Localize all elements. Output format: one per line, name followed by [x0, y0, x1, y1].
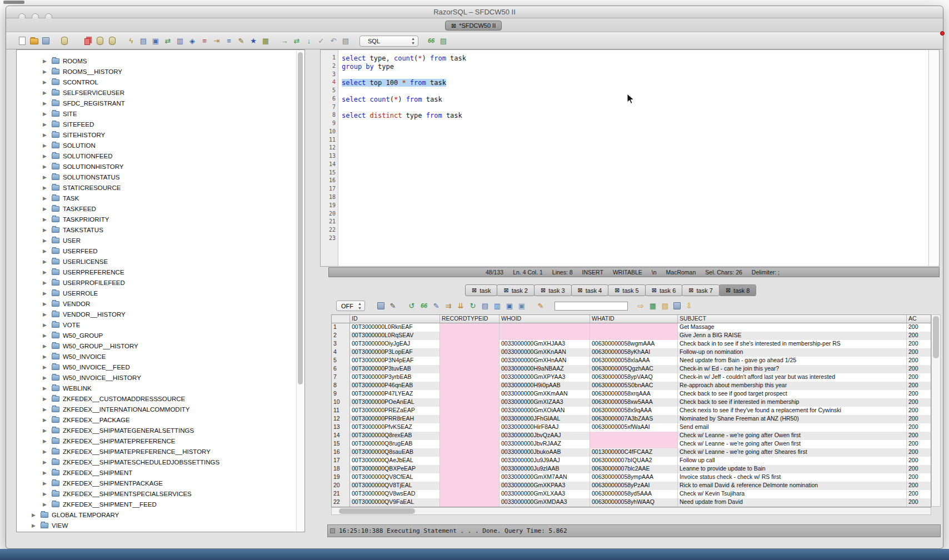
- table-cell[interactable]: 00T3000000QAeJbEAL: [350, 457, 440, 465]
- tree-item[interactable]: ▶SITEFEED: [43, 119, 94, 129]
- table-cell[interactable]: [440, 348, 500, 357]
- table-cell[interactable]: 006300000058xrqAAA: [590, 390, 678, 398]
- connect-db-icon[interactable]: [61, 37, 68, 45]
- table-cell[interactable]: [590, 440, 678, 448]
- disclosure-triangle-icon[interactable]: ▶: [43, 386, 48, 391]
- limit-select[interactable]: OFF ▲▼: [336, 301, 365, 311]
- table-cell[interactable]: 0033000000Ju9zIAAB: [500, 465, 590, 473]
- disclosure-triangle-icon[interactable]: ▶: [43, 153, 48, 159]
- tree-vertical-scrollbar[interactable]: [296, 51, 304, 531]
- tree-item[interactable]: ▶SOLUTION: [43, 141, 96, 151]
- tree-item[interactable]: ▶ZKFEDEX__SHIPMATEGENERALSETTINGS: [43, 426, 194, 436]
- disclosure-triangle-icon[interactable]: ▶: [43, 269, 48, 275]
- disclosure-triangle-icon[interactable]: ▶: [43, 143, 48, 148]
- tree-item[interactable]: ▶ZKFEDEX__SHIPMATESCHEDULEDJOBSSETTINGS: [43, 457, 219, 467]
- table-cell[interactable]: 00T3000000P3N4pEAF: [350, 357, 440, 365]
- table-cell[interactable]: [440, 473, 500, 482]
- tree-item[interactable]: ▶USER: [43, 236, 81, 246]
- table-cell[interactable]: 200: [907, 323, 932, 332]
- copy-results-icon[interactable]: ▣: [151, 36, 161, 46]
- table-cell[interactable]: [440, 415, 500, 423]
- table-cell[interactable]: 200: [907, 457, 932, 465]
- go-search-icon[interactable]: ⇨: [636, 301, 646, 311]
- tree-scrollbar-thumb[interactable]: [298, 52, 303, 384]
- column-header[interactable]: WHOID: [500, 315, 590, 323]
- tree-item[interactable]: ▶SOLUTIONFEED: [43, 151, 112, 161]
- row-number-cell[interactable]: 17: [332, 457, 350, 465]
- tab-close-icon[interactable]: ⊠: [726, 287, 731, 293]
- table-cell[interactable]: 006300000058xw5AAA: [590, 398, 678, 407]
- table-cell[interactable]: Follow up call: [678, 457, 907, 465]
- table-cell[interactable]: 0033000000GmXMDAA3: [500, 498, 590, 507]
- disconnect-db-icon[interactable]: [72, 36, 82, 46]
- new-file-icon[interactable]: [19, 37, 26, 45]
- sort-down-icon[interactable]: ⇊: [456, 301, 466, 311]
- execute-forward-icon[interactable]: →: [279, 36, 289, 46]
- disclosure-triangle-icon[interactable]: ▶: [43, 396, 48, 402]
- table-cell[interactable]: 200: [907, 407, 932, 415]
- table-cell[interactable]: 00T3000000Q8rexEAB: [350, 432, 440, 440]
- tree-item[interactable]: ▶SELFSERVICEUSER: [43, 88, 124, 98]
- code-line[interactable]: [342, 235, 928, 243]
- row-number-header[interactable]: [332, 315, 350, 323]
- code-line[interactable]: [342, 177, 928, 186]
- disclosure-triangle-icon[interactable]: ▶: [43, 364, 48, 370]
- disclosure-triangle-icon[interactable]: ▶: [43, 301, 48, 307]
- form-view-icon[interactable]: ▤: [480, 301, 490, 311]
- row-number-cell[interactable]: 2: [332, 332, 350, 340]
- tree-item[interactable]: ▶W50_INVOICE__FEED: [43, 362, 130, 372]
- result-tab[interactable]: ⊠task 2: [497, 284, 535, 296]
- table-cell[interactable]: [440, 482, 500, 490]
- row-number-cell[interactable]: 19: [332, 473, 350, 482]
- code-line[interactable]: select top 100 * from task: [342, 79, 928, 87]
- copy-all-icon[interactable]: ▣: [517, 301, 527, 311]
- results-vertical-scrollbar[interactable]: [931, 314, 941, 507]
- table-cell[interactable]: 200: [907, 498, 932, 507]
- table-cell[interactable]: 00T3000000QV9FaEAL: [350, 498, 440, 507]
- tree-item[interactable]: ▶VENDOR: [43, 299, 90, 309]
- tree-item[interactable]: ▶SFDC_REGISTRANT: [43, 98, 125, 108]
- tree-item[interactable]: ▶ZKFEDEX__SHIPMENTPACKAGE: [43, 478, 163, 488]
- table-cell[interactable]: 200: [907, 490, 932, 498]
- table-cell[interactable]: [590, 323, 678, 332]
- tree-item[interactable]: ▶ZKFEDEX__PACKAGE: [43, 415, 130, 425]
- disclosure-triangle-icon[interactable]: ▶: [43, 449, 48, 454]
- tab-close-icon[interactable]: ⊠: [472, 287, 477, 293]
- tab-close-icon[interactable]: ⊠: [541, 287, 546, 293]
- fetch-down-icon[interactable]: ↓: [304, 36, 314, 46]
- table-cell[interactable]: Check w/ Leanne - we're going after Owen…: [678, 440, 907, 448]
- indent-icon[interactable]: ≡: [224, 36, 234, 46]
- code-line[interactable]: group by type: [342, 63, 928, 71]
- table-cell[interactable]: Need update from David: [678, 498, 907, 507]
- tree-item[interactable]: ▶TASKPRIORITY: [43, 214, 109, 224]
- table-cell[interactable]: 00630000005QgzhAAC: [590, 365, 678, 373]
- table-cell[interactable]: 200: [907, 448, 932, 457]
- table-cell[interactable]: 200: [907, 382, 932, 390]
- table-cell[interactable]: [440, 332, 500, 340]
- messages-icon[interactable]: ▤: [438, 36, 448, 46]
- table-cell[interactable]: 00630000007blc2AAE: [590, 465, 678, 473]
- disclosure-triangle-icon[interactable]: ▶: [32, 523, 37, 528]
- disclosure-triangle-icon[interactable]: ▶: [43, 428, 48, 433]
- row-number-cell[interactable]: 18: [332, 465, 350, 473]
- table-cell[interactable]: [590, 332, 678, 340]
- row-number-cell[interactable]: 10: [332, 398, 350, 407]
- disclosure-triangle-icon[interactable]: ▶: [43, 238, 48, 243]
- tree-item[interactable]: ▶ZKFEDEX__INTERNATIONALCOMMODITY: [43, 404, 190, 414]
- row-number-cell[interactable]: 11: [332, 407, 350, 415]
- table-cell[interactable]: [440, 498, 500, 507]
- table-cell[interactable]: 0033000000GmXOiAAN: [500, 407, 590, 415]
- copy-table-icon[interactable]: [84, 38, 90, 45]
- table-cell[interactable]: 00T3000000Q8rugEAB: [350, 440, 440, 448]
- disclosure-triangle-icon[interactable]: ▶: [43, 259, 48, 264]
- tree-item[interactable]: ▶ROOMS: [43, 56, 87, 66]
- code-line[interactable]: [342, 211, 928, 219]
- result-tab[interactable]: ⊠task 8: [719, 284, 757, 296]
- disclosure-triangle-icon[interactable]: ▶: [43, 407, 48, 412]
- sql-code-area[interactable]: select type, count(*) from taskgroup by …: [338, 50, 928, 266]
- row-number-cell[interactable]: 22: [332, 498, 350, 507]
- primary-key-icon[interactable]: ✎: [536, 301, 546, 311]
- code-line[interactable]: [342, 161, 928, 169]
- table-cell[interactable]: 0033000000GmXLXAA3: [500, 490, 590, 498]
- table-cell[interactable]: [440, 390, 500, 398]
